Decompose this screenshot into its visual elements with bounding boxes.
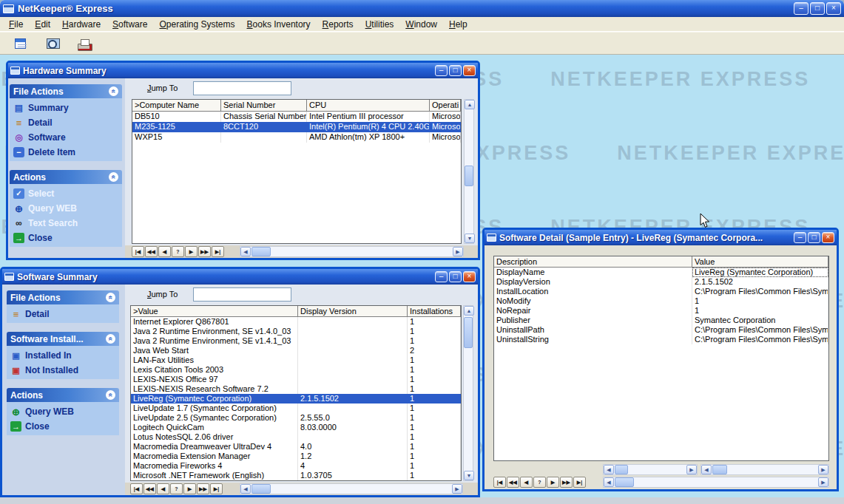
menu-item-help[interactable]: Help — [443, 18, 473, 31]
nav-prev-button[interactable]: ◀ — [520, 477, 533, 488]
table-row[interactable]: NoRepair1 — [494, 306, 828, 316]
column-header-installations[interactable]: Installations — [408, 306, 461, 317]
nav-help-button[interactable]: ? — [533, 477, 546, 488]
table-row[interactable]: Macromedia Extension Manager1.21 — [131, 452, 461, 461]
sidebar-section-header[interactable]: File Actions« — [10, 84, 122, 98]
table-row[interactable]: LEXIS-NEXIS Research Software 7.21 — [131, 384, 461, 394]
table-row[interactable]: M235-11258CCT120Intel(R) Pentium(R) 4 CP… — [132, 122, 461, 132]
column-header-description[interactable]: Description — [494, 256, 692, 268]
scroll-thumb[interactable] — [251, 247, 271, 256]
menu-item-window[interactable]: Window — [399, 18, 443, 31]
column-header-display-version[interactable]: Display Version — [298, 306, 408, 317]
nav-last-button[interactable]: ▶| — [210, 483, 223, 494]
nav-last-button[interactable]: ▶| — [573, 477, 586, 488]
nav-first-button[interactable]: |◀ — [132, 246, 144, 257]
table-row[interactable]: DisplayVersion2.1.5.1502 — [494, 277, 828, 287]
scroll-left-icon[interactable]: ◀ — [604, 465, 614, 474]
nav-prev-button[interactable]: ◀ — [157, 483, 169, 494]
software-summary-title-bar[interactable]: Software Summary – □ × — [2, 269, 478, 285]
scroll-up-icon[interactable]: ▲ — [464, 306, 474, 316]
maximize-button[interactable]: □ — [449, 65, 462, 76]
table-row[interactable]: Microsoft .NET Framework (English)1.0.37… — [131, 471, 461, 480]
table-row[interactable]: Logitech QuickCam8.03.00001 — [131, 423, 461, 432]
close-button[interactable]: × — [463, 65, 476, 76]
sidebar-item-close[interactable]: →Close — [7, 419, 119, 434]
horizontal-scrollbar[interactable]: ◀ ▶ — [240, 246, 464, 257]
find-computer-button[interactable] — [40, 34, 62, 53]
software-detail-title-bar[interactable]: Software Detail (Sample Entry) - LiveReg… — [485, 230, 837, 245]
nav-last-button[interactable]: ▶| — [212, 246, 224, 257]
menu-item-operating-systems[interactable]: Operating Systems — [153, 18, 240, 31]
table-row[interactable]: Macromedia Dreamweaver UltraDev 44.01 — [131, 442, 461, 452]
chevron-up-icon[interactable]: « — [106, 334, 115, 344]
nav-next-button[interactable]: ▶ — [547, 477, 559, 488]
table-row[interactable]: Java 2 Runtime Environment, SE v1.4.0_03… — [131, 327, 461, 336]
table-row[interactable]: Macromedia Fireworks 441 — [131, 461, 461, 471]
column-header-operati[interactable]: Operati — [430, 100, 461, 112]
menu-item-books-inventory[interactable]: Books Inventory — [241, 18, 317, 31]
scroll-track[interactable] — [251, 247, 453, 256]
jump-to-input[interactable] — [193, 81, 291, 95]
column-header-serial-number[interactable]: Serial Number — [221, 100, 307, 112]
chevron-up-icon[interactable]: « — [109, 86, 118, 96]
restore-button[interactable]: □ — [810, 2, 825, 15]
menu-item-utilities[interactable]: Utilities — [359, 18, 400, 31]
value-column-scrollbar[interactable]: ◀ ▶ — [700, 464, 829, 475]
column-header-cpu[interactable]: CPU — [307, 100, 430, 112]
maximize-button[interactable]: □ — [808, 232, 820, 243]
table-row[interactable]: NoModify1 — [494, 296, 828, 306]
scroll-thumb[interactable] — [712, 465, 727, 474]
sidebar-section-header[interactable]: File Actions« — [7, 290, 119, 304]
scroll-track[interactable] — [464, 316, 473, 471]
chevron-up-icon[interactable]: « — [109, 172, 118, 182]
scroll-track[interactable] — [614, 477, 818, 487]
vertical-scrollbar[interactable]: ▲ ▼ — [464, 99, 474, 244]
sidebar-item-delete-item[interactable]: −Delete Item — [10, 145, 122, 160]
sidebar-item-select[interactable]: ✓Select — [10, 186, 122, 201]
table-row[interactable]: DisplayNameLiveReg (Symantec Corporation… — [494, 268, 828, 277]
sidebar-item-query-web[interactable]: ⊕Query WEB — [7, 404, 119, 419]
hardware-summary-title-bar[interactable]: Hardware Summary – □ × — [8, 63, 478, 78]
scroll-track[interactable] — [614, 465, 686, 474]
scroll-down-icon[interactable]: ▼ — [464, 471, 474, 480]
nav-prev-button[interactable]: ◀ — [158, 246, 171, 257]
scroll-thumb[interactable] — [251, 484, 271, 494]
sidebar-item-close[interactable]: →Close — [10, 231, 122, 245]
nav-prev-page-button[interactable]: ◀◀ — [507, 477, 519, 488]
app-title-bar[interactable]: NetKeeper® Express – □ × — [0, 0, 844, 17]
table-row[interactable]: LiveUpdate 1.7 (Symantec Corporation)1 — [131, 403, 461, 413]
table-row[interactable]: Lotus NotesSQL 2.06 driver1 — [131, 432, 461, 442]
scroll-left-icon[interactable]: ◀ — [701, 465, 712, 474]
chevron-up-icon[interactable]: « — [106, 293, 115, 302]
jump-to-input[interactable] — [193, 287, 291, 302]
nav-help-button[interactable]: ? — [170, 483, 183, 494]
menu-item-hardware[interactable]: Hardware — [56, 18, 107, 31]
table-row[interactable]: PublisherSymantec Corporation — [494, 316, 828, 325]
sidebar-section-header[interactable]: Software Install...« — [7, 332, 119, 346]
table-row[interactable]: Internet Explorer Q8678011 — [131, 317, 461, 327]
scroll-left-icon[interactable]: ◀ — [240, 484, 251, 494]
table-row[interactable]: UninstallStringC:\Program Files\Common F… — [494, 335, 828, 344]
table-row[interactable]: Lexis Citation Tools 20031 — [131, 365, 461, 375]
scroll-thumb[interactable] — [615, 465, 628, 474]
scroll-right-icon[interactable]: ▶ — [818, 477, 828, 487]
table-row[interactable]: Java Web Start2 — [131, 346, 461, 355]
minimize-button[interactable]: – — [794, 2, 808, 15]
print-button[interactable] — [71, 34, 93, 53]
nav-prev-page-button[interactable]: ◀◀ — [145, 246, 158, 257]
scroll-thumb[interactable] — [464, 317, 473, 348]
scroll-thumb[interactable] — [615, 477, 634, 487]
sidebar-section-header[interactable]: Actions« — [7, 388, 119, 402]
scroll-right-icon[interactable]: ▶ — [686, 465, 697, 474]
scroll-right-icon[interactable]: ▶ — [452, 484, 462, 494]
scroll-left-icon[interactable]: ◀ — [604, 477, 614, 487]
nav-next-page-button[interactable]: ▶▶ — [560, 477, 573, 488]
scroll-down-icon[interactable]: ▼ — [465, 234, 475, 243]
menu-item-software[interactable]: Software — [107, 18, 153, 31]
sidebar-item-text-search[interactable]: ∞Text Search — [10, 216, 122, 231]
vertical-scrollbar[interactable]: ▲ ▼ — [463, 305, 473, 481]
nav-next-page-button[interactable]: ▶▶ — [197, 483, 209, 494]
menu-item-file[interactable]: File — [3, 18, 29, 31]
scroll-left-icon[interactable]: ◀ — [240, 247, 251, 256]
table-row[interactable]: LiveReg (Symantec Corporation)2.1.5.1502… — [131, 394, 461, 403]
